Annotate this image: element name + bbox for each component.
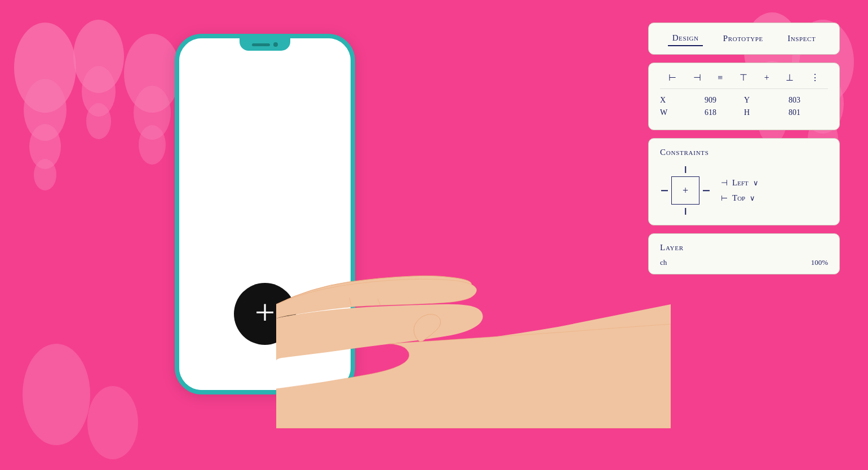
x-value[interactable]: 909 bbox=[677, 96, 744, 105]
alignment-row: ⊢ ⊣ ≡ ⊤ + ⊥ ⋮ bbox=[660, 72, 828, 89]
dash-right bbox=[703, 190, 710, 191]
dash-top bbox=[685, 166, 686, 173]
tab-card: Design Prototype Inspect bbox=[648, 23, 840, 55]
plus-icon: + bbox=[255, 295, 275, 331]
constraints-body: + ⊣ Left ∨ ⊢ Top ∨ bbox=[660, 165, 828, 216]
phone-camera bbox=[273, 42, 278, 47]
x-label: X bbox=[660, 96, 677, 105]
layer-row-value[interactable]: 100% bbox=[811, 258, 828, 267]
constraint-left-dropdown[interactable]: ∨ bbox=[753, 179, 759, 188]
phone-notch bbox=[240, 38, 290, 51]
align-center-v-icon[interactable]: + bbox=[764, 73, 769, 83]
dimensions-card: ⊢ ⊣ ≡ ⊤ + ⊥ ⋮ X 909 Y 803 W 618 H 801 bbox=[648, 63, 840, 130]
align-top-icon[interactable]: ⊤ bbox=[739, 72, 747, 83]
tab-design[interactable]: Design bbox=[668, 31, 703, 46]
h-label: H bbox=[744, 108, 761, 117]
constraint-top-icon: ⊢ bbox=[721, 193, 728, 203]
tab-prototype[interactable]: Prototype bbox=[719, 32, 768, 46]
constraint-center-icon: + bbox=[683, 185, 688, 197]
layer-card: Layer ch 100% bbox=[648, 233, 840, 274]
phone-speaker bbox=[252, 43, 270, 46]
align-center-h-icon[interactable]: ⊣ bbox=[693, 72, 701, 83]
w-label: W bbox=[660, 108, 677, 117]
align-right-icon[interactable]: ≡ bbox=[718, 73, 723, 83]
align-left-icon[interactable]: ⊢ bbox=[668, 72, 676, 83]
dash-left bbox=[661, 190, 668, 191]
constraint-left-option: ⊣ Left ∨ bbox=[721, 178, 759, 188]
constraint-top-label[interactable]: Top bbox=[732, 193, 745, 203]
constraint-top-option: ⊢ Top ∨ bbox=[721, 193, 759, 203]
constraints-title: Constraints bbox=[660, 148, 828, 157]
right-panel: Design Prototype Inspect ⊢ ⊣ ≡ ⊤ + ⊥ ⋮ X… bbox=[648, 23, 840, 274]
constraint-options: ⊣ Left ∨ ⊢ Top ∨ bbox=[721, 178, 759, 203]
hand-illustration bbox=[276, 214, 671, 428]
distribute-icon[interactable]: ⋮ bbox=[811, 72, 820, 83]
constraint-top-dropdown[interactable]: ∨ bbox=[750, 194, 755, 203]
y-value[interactable]: 803 bbox=[761, 96, 828, 105]
layer-row: ch 100% bbox=[660, 258, 828, 267]
constraint-left-label[interactable]: Left bbox=[732, 178, 749, 188]
tab-inspect[interactable]: Inspect bbox=[783, 32, 820, 46]
constraint-left-icon: ⊣ bbox=[721, 178, 728, 188]
x-y-row: X 909 Y 803 bbox=[660, 96, 828, 105]
dash-bottom bbox=[685, 208, 686, 215]
constraint-box-wrapper: + bbox=[660, 165, 711, 216]
w-h-row: W 618 H 801 bbox=[660, 108, 828, 117]
constraint-box: + bbox=[671, 176, 699, 205]
h-value[interactable]: 801 bbox=[761, 108, 828, 117]
layer-title: Layer bbox=[660, 243, 828, 252]
layer-row-label: ch bbox=[660, 258, 811, 267]
constraints-card: Constraints + ⊣ Left ∨ ⊢ bbox=[648, 138, 840, 225]
align-bottom-icon[interactable]: ⊥ bbox=[786, 72, 794, 83]
w-value[interactable]: 618 bbox=[677, 108, 744, 117]
y-label: Y bbox=[744, 96, 761, 105]
